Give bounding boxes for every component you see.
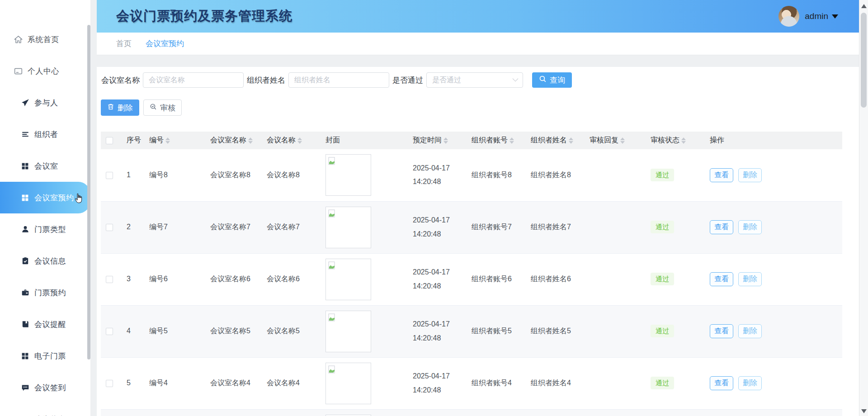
sort-carets[interactable]: [569, 137, 573, 144]
user-menu[interactable]: admin: [778, 6, 838, 27]
cell-name: 组织者姓名6: [526, 253, 585, 305]
col-seq: 序号: [122, 132, 144, 149]
sort-carets[interactable]: [509, 137, 514, 144]
row-checkbox[interactable]: [106, 224, 113, 231]
cell-time: 2025-04-17 14:20:48: [408, 357, 467, 409]
sidebar-item-label: 门票预约: [34, 288, 66, 298]
scrollbar-thumb[interactable]: [861, 13, 867, 108]
reservation-table: 序号 编号 会议室名称 会议名称 封面 预定时间 组织者账号 组织者姓名 审核回…: [101, 132, 842, 416]
chevron-down-icon: [832, 14, 838, 19]
table-toolbar: 删除 审核: [101, 99, 859, 116]
cell-reply: [585, 305, 646, 357]
cell-room: 会议室名称4: [205, 357, 262, 409]
filter-pass-status: 是否通过 是否通过: [392, 72, 523, 88]
grid-icon: [21, 162, 29, 170]
table-header-row: 序号 编号 会议室名称 会议名称 封面 预定时间 组织者账号 组织者姓名 审核回…: [101, 132, 842, 149]
cell-room: 会议室名称6: [205, 253, 262, 305]
status-badge: 通过: [651, 221, 674, 233]
organizer-name-input[interactable]: [288, 72, 389, 88]
view-button[interactable]: 查看: [710, 220, 733, 234]
cell-account: 组织者账号4: [467, 357, 526, 409]
table-row: 4 编号5 会议室名称5 会议名称5 2025-04-17 14:20:48 组…: [101, 305, 842, 357]
row-delete-button[interactable]: 删除: [738, 168, 762, 182]
sort-carets[interactable]: [165, 137, 170, 144]
cell-code: 编号7: [144, 201, 205, 253]
sort-carets[interactable]: [297, 137, 302, 144]
row-checkbox[interactable]: [106, 276, 113, 283]
row-delete-button[interactable]: 删除: [738, 220, 762, 234]
cell-code: 编号6: [144, 253, 205, 305]
sidebar-item-room-reservation[interactable]: 会议室预约: [0, 182, 90, 213]
pass-status-select[interactable]: 是否通过: [426, 72, 523, 88]
cell-room: 会议室名称8: [205, 149, 262, 201]
breadcrumb-home[interactable]: 首页: [116, 38, 132, 49]
view-button[interactable]: 查看: [710, 376, 733, 390]
sidebar-item-meeting-rooms[interactable]: 会议室: [0, 150, 90, 182]
search-button[interactable]: 查询: [532, 72, 572, 88]
room-name-input[interactable]: [143, 72, 244, 88]
filter-label: 组织者姓名: [247, 75, 285, 85]
sort-carets[interactable]: [620, 137, 625, 144]
breadcrumb-current[interactable]: 会议室预约: [146, 38, 184, 49]
view-button[interactable]: 查看: [710, 168, 733, 182]
sidebar-item-announcements[interactable]: 公告信息: [0, 403, 90, 416]
select-all-checkbox[interactable]: [106, 137, 113, 144]
status-badge: 通过: [651, 169, 674, 181]
row-delete-button[interactable]: 删除: [738, 376, 762, 390]
sidebar-item-label: 系统首页: [28, 34, 59, 45]
row-delete-button[interactable]: 删除: [738, 272, 762, 286]
sort-carets[interactable]: [248, 137, 253, 144]
sidebar-item-label: 会议室预约: [34, 193, 74, 203]
sidebar-item-system-home[interactable]: 系统首页: [0, 24, 90, 55]
sidebar-item-ticket-reservation[interactable]: 门票预约: [0, 277, 90, 308]
table-row: 2 编号7 会议室名称7 会议名称7 2025-04-17 14:20:48 组…: [101, 201, 842, 253]
sidebar-item-meeting-info[interactable]: 会议信息: [0, 245, 90, 277]
sidebar-item-e-tickets[interactable]: 电子门票: [0, 340, 90, 372]
clipboard-check-icon: [21, 257, 29, 265]
cell-code: 编号5: [144, 305, 205, 357]
cell-reply: [585, 409, 646, 416]
sort-carets[interactable]: [443, 137, 448, 144]
sidebar-item-personal-center[interactable]: 个人中心: [0, 55, 90, 87]
view-button[interactable]: 查看: [710, 324, 733, 338]
review-button[interactable]: 审核: [143, 99, 182, 116]
row-checkbox[interactable]: [106, 172, 113, 179]
cell-meeting: [262, 409, 321, 416]
cell-seq: 4: [122, 305, 144, 357]
scroll-up-arrow-icon[interactable]: [861, 4, 867, 8]
cover-image-placeholder: [326, 415, 371, 416]
sidebar-item-ticket-types[interactable]: 门票类型: [0, 213, 90, 245]
cell-room: 会议室名称7: [205, 201, 262, 253]
main-scrollbar[interactable]: [859, 0, 868, 416]
cell-time: [408, 409, 467, 416]
sidebar-item-participants[interactable]: 参与人: [0, 87, 90, 118]
filter-organizer-name: 组织者姓名: [246, 72, 389, 88]
cell-room: [205, 409, 262, 416]
row-delete-button[interactable]: 删除: [738, 324, 762, 338]
cell-time: 2025-04-17 14:20:48: [408, 149, 467, 201]
sidebar-item-meeting-reminder[interactable]: 会议提醒: [0, 308, 90, 340]
cell-name: 组织者姓名5: [526, 305, 585, 357]
cell-seq: 1: [122, 149, 144, 201]
cell-name: 组织者姓名8: [526, 149, 585, 201]
view-button[interactable]: 查看: [710, 272, 733, 286]
username: admin: [805, 11, 828, 21]
sidebar-scrollbar[interactable]: [87, 25, 90, 359]
delete-button[interactable]: 删除: [101, 99, 139, 116]
sidebar-item-organizers[interactable]: 组织者: [0, 118, 90, 150]
sidebar-item-label: 会议信息: [34, 256, 66, 266]
sidebar-item-meeting-checkin[interactable]: 会议签到: [0, 372, 90, 403]
cell-meeting: 会议名称7: [262, 201, 321, 253]
cell-account: 组织者账号6: [467, 253, 526, 305]
scroll-down-arrow-icon[interactable]: [861, 409, 867, 413]
table-row: 1 编号8 会议室名称8 会议名称8 2025-04-17 14:20:48 组…: [101, 149, 842, 201]
row-checkbox[interactable]: [106, 380, 113, 387]
sort-carets[interactable]: [681, 137, 686, 144]
cell-code: [144, 409, 205, 416]
avatar[interactable]: [778, 6, 799, 27]
row-checkbox[interactable]: [106, 328, 113, 335]
cell-code: 编号4: [144, 357, 205, 409]
sidebar-item-label: 组织者: [34, 129, 58, 140]
book-icon: [21, 320, 29, 329]
cell-time: 2025-04-17 14:20:48: [408, 305, 467, 357]
